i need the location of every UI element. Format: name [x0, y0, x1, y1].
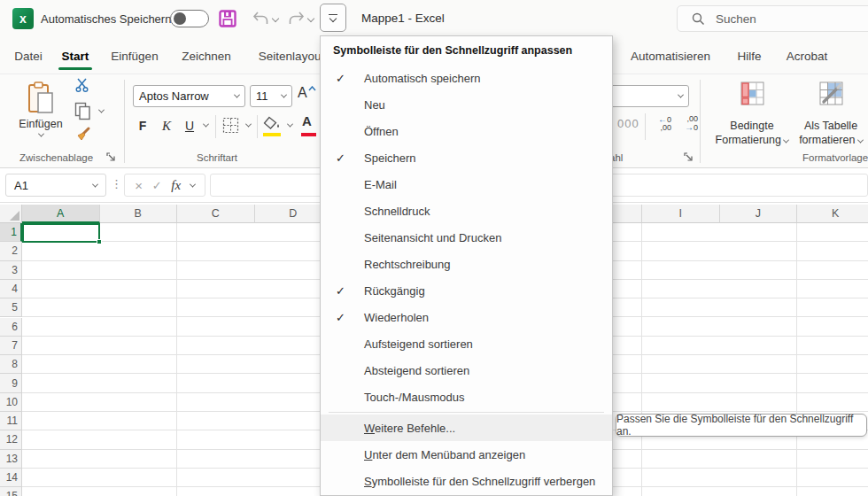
- column-header-I[interactable]: I: [642, 205, 720, 223]
- customize-quick-access-toolbar-button[interactable]: [320, 4, 346, 32]
- tab-einfuegen[interactable]: Einfügen: [106, 37, 163, 74]
- menu-item-rechtschreibung[interactable]: ✓ Rechtschreibung: [321, 251, 612, 277]
- menu-item-schnelldruck[interactable]: ✓ Schnelldruck: [321, 198, 612, 224]
- small-separator: [257, 115, 258, 138]
- redo-button[interactable]: [285, 9, 306, 28]
- excel-app-icon[interactable]: x: [12, 8, 34, 29]
- clipboard-dialog-launcher[interactable]: [106, 152, 116, 162]
- underline-button[interactable]: U: [182, 115, 198, 136]
- menu-item-weitere-befehle[interactable]: ✓ Weitere Befehle...: [321, 415, 612, 441]
- fill-color-button[interactable]: [263, 116, 281, 130]
- confirm-entry-icon[interactable]: ✓: [152, 179, 162, 192]
- number-dialog-launcher[interactable]: [684, 152, 694, 162]
- row-header-14[interactable]: 14: [0, 469, 22, 487]
- row-header-2[interactable]: 2: [0, 242, 22, 260]
- menu-item-oeffnen[interactable]: ✓ Öffnen: [321, 118, 612, 144]
- insert-function-button[interactable]: fx: [171, 178, 181, 193]
- row-header-8[interactable]: 8: [0, 355, 22, 374]
- row-header-11[interactable]: 11: [0, 412, 22, 430]
- selected-cell-A1[interactable]: [22, 223, 100, 243]
- conditional-formatting-button[interactable]: [740, 81, 764, 105]
- fx-chevron-icon[interactable]: [190, 181, 196, 187]
- copy-icon: [74, 102, 91, 120]
- increase-decimal-button[interactable]: ←←00 ,00: [650, 115, 671, 132]
- small-separator: [645, 113, 646, 140]
- font-color-button[interactable]: A: [302, 113, 312, 128]
- column-header-B[interactable]: B: [100, 205, 178, 223]
- decrease-decimal-button[interactable]: ,00 →0: [677, 115, 698, 132]
- fill-handle[interactable]: [97, 239, 102, 244]
- tab-datei[interactable]: Datei: [9, 37, 48, 74]
- format-as-table-button[interactable]: [819, 81, 843, 105]
- menu-item-wiederholen[interactable]: ✓ Wiederholen: [321, 304, 612, 330]
- right-arrow-icon: →: [685, 122, 694, 132]
- row-header-13[interactable]: 13: [0, 450, 22, 469]
- group-separator: [700, 80, 701, 163]
- copy-button[interactable]: [74, 102, 91, 120]
- tab-zeichnen[interactable]: Zeichnen: [174, 37, 239, 74]
- borders-dropdown-chevron-icon[interactable]: [245, 121, 252, 128]
- conditional-formatting-label[interactable]: Bedingte Formatierung: [709, 119, 794, 147]
- column-header-C[interactable]: C: [177, 205, 255, 223]
- column-header-J[interactable]: J: [720, 205, 798, 223]
- clipboard-group-label: Zwischenablage: [19, 152, 93, 163]
- undo-dropdown-chevron-icon[interactable]: [272, 15, 279, 22]
- formula-bar-grip-icon[interactable]: ⋮: [111, 177, 122, 190]
- menu-item-aufsteigend-sortieren[interactable]: ✓ Aufsteigend sortieren: [321, 330, 612, 357]
- row-header-4[interactable]: 4: [0, 280, 22, 298]
- small-separator: [215, 115, 216, 138]
- menu-item-absteigend-sortieren[interactable]: ✓ Absteigend sortieren: [321, 357, 612, 384]
- row-header-7[interactable]: 7: [0, 337, 22, 355]
- fill-color-icon: [263, 116, 281, 130]
- row-header-6[interactable]: 6: [0, 318, 22, 337]
- column-header-K[interactable]: K: [797, 205, 868, 223]
- copy-dropdown-chevron-icon[interactable]: [98, 107, 105, 113]
- format-painter-button[interactable]: [74, 126, 92, 143]
- menu-item-symbolleiste-verbergen[interactable]: ✓ Symbolleiste für den Schnellzugriff ve…: [321, 468, 612, 494]
- row-header-15[interactable]: 15: [0, 487, 22, 496]
- row-header-5[interactable]: 5: [0, 298, 22, 317]
- menu-item-seitenansicht-und-drucken[interactable]: ✓ Seitenansicht und Drucken: [321, 224, 612, 251]
- toggle-knob: [174, 12, 186, 25]
- menu-item-unter-dem-menueband-anzeigen[interactable]: ✓ Unter dem Menüband anzeigen: [321, 441, 612, 468]
- row-header-9[interactable]: 9: [0, 374, 22, 392]
- autosave-toggle[interactable]: [170, 10, 209, 27]
- paste-button[interactable]: Einfügen: [13, 78, 68, 152]
- row-header-10[interactable]: 10: [0, 393, 22, 412]
- menu-item-email[interactable]: ✓ E-Mail: [321, 171, 612, 198]
- tab-automatisieren[interactable]: Automatisieren: [622, 37, 719, 74]
- select-all-corner[interactable]: [0, 205, 22, 223]
- font-name-select[interactable]: Aptos Narrow: [133, 85, 245, 107]
- redo-dropdown-chevron-icon[interactable]: [307, 15, 314, 22]
- search-input[interactable]: Suchen: [677, 5, 868, 32]
- menu-item-automatisch-speichern[interactable]: ✓ Automatisch speichern: [321, 65, 612, 91]
- format-as-table-label[interactable]: Als Tabelle formatieren: [788, 119, 868, 147]
- row-header-3[interactable]: 3: [0, 261, 22, 280]
- column-header-A[interactable]: A: [22, 205, 100, 223]
- font-size-select[interactable]: 11: [250, 85, 292, 107]
- menu-item-speichern[interactable]: ✓ Speichern: [321, 144, 612, 171]
- fill-color-chevron-icon[interactable]: [287, 121, 293, 128]
- cut-button[interactable]: [74, 77, 90, 93]
- format-painter-icon: [74, 126, 92, 143]
- thousands-separator-button[interactable]: 000: [617, 117, 639, 130]
- menu-item-touch-mausmodus[interactable]: ✓ Touch-/Mausmodus: [321, 384, 612, 410]
- bold-button[interactable]: F: [135, 115, 151, 136]
- font-size-chevron-icon: [281, 92, 287, 98]
- undo-button[interactable]: [250, 9, 271, 28]
- borders-button[interactable]: [222, 117, 239, 134]
- row-header-1[interactable]: 1: [0, 223, 22, 242]
- cancel-entry-icon[interactable]: ×: [135, 178, 143, 193]
- menu-item-rueckgaengig[interactable]: ✓ Rückgängig: [321, 277, 612, 304]
- row-header-12[interactable]: 12: [0, 430, 22, 449]
- redo-icon: [288, 11, 305, 27]
- underline-dropdown-chevron-icon[interactable]: [203, 121, 209, 128]
- italic-button[interactable]: K: [159, 115, 174, 136]
- save-button[interactable]: [217, 9, 238, 28]
- menu-item-neu[interactable]: ✓ Neu: [321, 91, 612, 118]
- tab-acrobat[interactable]: Acrobat: [779, 37, 834, 74]
- tab-hilfe[interactable]: Hilfe: [730, 37, 769, 74]
- grow-font-button[interactable]: A: [298, 85, 307, 101]
- save-icon: [219, 10, 236, 27]
- name-box[interactable]: A1: [5, 174, 106, 197]
